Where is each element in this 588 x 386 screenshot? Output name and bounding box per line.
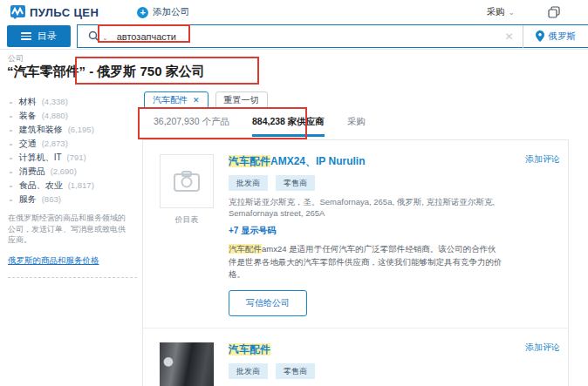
catalog-button[interactable]: 目录 (7, 25, 71, 47)
chevron-down-icon: ⌄ (8, 182, 14, 189)
plus-icon: + (137, 7, 148, 18)
company-name-highlight: 汽车配件 (229, 343, 270, 356)
company-photo[interactable] (160, 342, 214, 386)
sidebar-item-food-agriculture[interactable]: ⌄食品、农业(1,817) (8, 179, 139, 188)
page-title: “汽车零部件” - 俄罗斯 750 家公司 (7, 64, 205, 80)
procurement-label: 采购 (486, 6, 504, 18)
clear-search-icon[interactable]: ✕ (496, 30, 522, 43)
company-description: 汽车配件amx24 是适用于任何汽车的广泛零部件经销商。该公司的合作伙伴是世界各… (229, 243, 503, 281)
company-thumb-column: 价目表 (160, 154, 214, 316)
search-input[interactable] (117, 31, 496, 42)
badge-retailer: 零售商 (276, 363, 315, 379)
company-name[interactable]: 汽车配件AMX24、IP Nurulin (229, 154, 503, 169)
windows-copy-icon[interactable] (548, 6, 560, 18)
write-to-company-button[interactable]: 写信给公司 (229, 290, 307, 316)
search-icon[interactable] (88, 30, 99, 42)
add-company-link[interactable]: + 添加公司 (137, 6, 189, 18)
results-panel: 价目表 汽车配件AMX24、IP Nurulin 批发商 零售商 克拉斯诺亚尔斯… (142, 139, 569, 386)
filter-chip-auto-parts[interactable]: 汽车配件 ✕ (144, 91, 209, 109)
location-pin-icon (536, 30, 544, 42)
description-highlight: 汽车配件 (229, 244, 262, 254)
top-bar: ПУЛЬС ЦЕН + 添加公司 采购 ⌄ (0, 0, 588, 24)
badge-retailer: 零售商 (276, 175, 315, 191)
sidebar-dashed-divider (8, 277, 137, 278)
chevron-down-icon: ⌄ (8, 126, 14, 133)
sidebar-item-services[interactable]: ⌄服务(863) (8, 193, 139, 202)
add-review-link[interactable]: 添加评论 (525, 153, 560, 166)
remove-filter-icon[interactable]: ✕ (193, 96, 200, 105)
chevron-down-icon: ⌄ (8, 140, 14, 147)
chevron-down-icon: ⌄ (8, 168, 14, 175)
filter-chip-label: 汽车配件 (153, 94, 188, 106)
sidebar-note: 在俄罗斯经营的商品和服务领域的公司，发送订单、写消息或致电供应商。 (8, 213, 132, 246)
region-selector[interactable]: 俄罗斯 (523, 30, 588, 43)
sidebar-item-equipment[interactable]: ⌄装备(4,880) (8, 110, 139, 119)
page-title-query: “汽车零部件” (7, 64, 85, 78)
chevron-down-icon: ⌄ (508, 9, 515, 17)
chevron-down-icon: ⌄ (8, 196, 14, 203)
sidebar-prices-link[interactable]: 俄罗斯的商品和服务价格 (8, 255, 99, 267)
badge-wholesaler: 批发商 (229, 175, 268, 191)
photo-placeholder[interactable] (160, 154, 214, 208)
sidebar-item-consumer-goods[interactable]: ⌄消费品(2,690) (8, 166, 139, 174)
sidebar-item-transport[interactable]: ⌄交通(2,873) (8, 138, 139, 146)
result-tabs: 36,207,930 个产品 884,238 家供应商 采购 (154, 116, 366, 137)
logo-text: ПУЛЬС ЦЕН (30, 6, 99, 19)
chevron-down-icon: ⌄ (8, 98, 14, 105)
company-card: 价目表 汽车配件AMX24、IP Nurulin 批发商 零售商 克拉斯诺亚尔斯… (143, 140, 568, 328)
company-name-rest: AMX24、IP Nurulin (270, 155, 365, 167)
search-bar: ⌄ ✕ 俄罗斯 (77, 24, 588, 48)
description-rest: amx24 是适用于任何汽车的广泛零部件经销商。该公司的合作伙伴是世界各地最大的… (229, 244, 503, 279)
tab-products[interactable]: 36,207,930 个产品 (154, 116, 229, 137)
logo[interactable]: ПУЛЬС ЦЕН (10, 5, 99, 19)
camera-icon (174, 171, 200, 192)
page: ПУЛЬС ЦЕН + 添加公司 采购 ⌄ 目录 ⌄ ✕ (0, 0, 588, 386)
add-company-label: 添加公司 (153, 6, 189, 18)
add-review-link[interactable]: 添加评论 (525, 342, 560, 354)
show-phone-link[interactable]: +7 显示号码 (229, 225, 503, 237)
tab-suppliers[interactable]: 884,238 家供应商 (252, 116, 325, 137)
company-card-body: 汽车配件AMX24、IP Nurulin 批发商 零售商 克拉斯诺亚尔斯克，圣。… (229, 154, 559, 316)
region-label: 俄罗斯 (549, 30, 577, 43)
company-badges: 批发商 零售商 (229, 175, 503, 191)
filter-chips: 汽车配件 ✕ 重置一切 (144, 91, 268, 109)
company-thumb-column: 价目表 (160, 342, 214, 386)
procurement-dropdown[interactable]: 采购 ⌄ (486, 6, 515, 18)
search-type-chevron-icon[interactable]: ⌄ (102, 34, 108, 42)
hamburger-icon (21, 32, 31, 40)
company-name-highlight: 汽车配件 (229, 155, 270, 167)
logo-icon (10, 5, 25, 19)
page-title-rest: - 俄罗斯 750 家公司 (85, 64, 205, 78)
top-bar-right: 采购 ⌄ (486, 6, 578, 18)
sidebar-item-materials[interactable]: ⌄材料(4,338) (8, 96, 139, 105)
company-badges: 批发商 零售商 (229, 363, 503, 379)
company-name[interactable]: 汽车配件 (229, 342, 503, 357)
header-separator (0, 49, 588, 50)
chevron-down-icon: ⌄ (8, 154, 14, 161)
reset-all-label: 重置一切 (224, 94, 259, 106)
company-address: 克拉斯诺亚尔斯克，圣。Semafornaya, 265a, 俄罗斯, 克拉斯诺亚… (229, 197, 503, 218)
tab-procurement[interactable]: 采购 (347, 116, 366, 137)
category-sidebar: ⌄材料(4,338) ⌄装备(4,880) ⌄建筑和装修(6,195) ⌄交通(… (8, 96, 139, 278)
sidebar-item-it[interactable]: ⌄计算机、IT(791) (8, 152, 139, 160)
catalog-button-label: 目录 (38, 30, 57, 43)
price-list-link[interactable]: 价目表 (160, 214, 214, 226)
sidebar-item-construction[interactable]: ⌄建筑和装修(6,195) (8, 124, 139, 132)
reset-all-button[interactable]: 重置一切 (215, 91, 268, 109)
chevron-down-icon: ⌄ (8, 112, 14, 119)
badge-wholesaler: 批发商 (229, 363, 268, 379)
company-card: 价目表 汽车配件 批发商 零售商 十月镇村，哦，121，奥斯特罗夫齐，圣，中环，… (143, 328, 568, 386)
company-card-body: 汽车配件 批发商 零售商 十月镇村，哦，121，奥斯特罗夫齐，圣，中环，政府12… (229, 342, 559, 386)
